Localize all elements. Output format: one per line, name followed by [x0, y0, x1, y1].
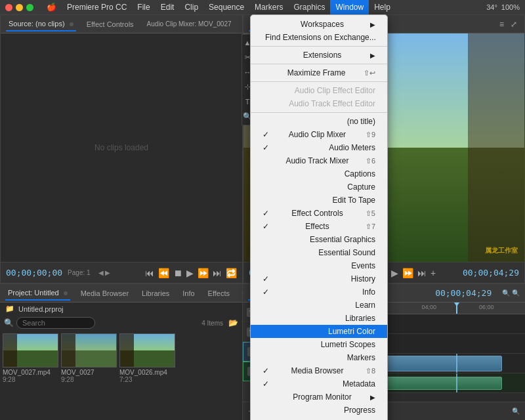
- project-file-item[interactable]: 📁 Untitled.prproj: [0, 303, 242, 315]
- source-playback-controls: ⏮ ⏪ ⏹ ▶ ⏩ ⏭ 🔁: [145, 268, 237, 278]
- project-filename: Untitled.prproj: [18, 305, 63, 313]
- prog-play-btn[interactable]: ▶: [391, 268, 398, 278]
- menu-clip[interactable]: Clip: [179, 0, 203, 14]
- dropdown-item-markers[interactable]: Markers: [251, 351, 387, 364]
- panel-expand-btn[interactable]: ⤢: [509, 19, 519, 30]
- step-back-btn[interactable]: ⏮: [145, 268, 154, 278]
- close-button[interactable]: [5, 4, 12, 11]
- thumb-item-1[interactable]: MOV_0027 9:28: [61, 333, 117, 383]
- dropdown-label-metadata: Metadata: [343, 379, 375, 388]
- battery-display: 100%: [501, 3, 520, 11]
- dropdown-item-history[interactable]: ✓History: [251, 272, 387, 285]
- dropdown-item-lumetri-scopes[interactable]: Lumetri Scopes: [251, 338, 387, 351]
- dropdown-item-effects[interactable]: ✓Effects⇧7: [251, 220, 387, 233]
- tab-project[interactable]: Project: Untitled: [5, 286, 70, 301]
- play-back-btn[interactable]: ⏪: [158, 268, 169, 278]
- stop-btn[interactable]: ⏹: [173, 268, 182, 278]
- panel-menu-btn[interactable]: ≡: [497, 19, 506, 30]
- dropdown-item-lumetri-color[interactable]: Lumetri Color: [251, 325, 387, 338]
- dropdown-item-no-title[interactable]: (no title): [251, 115, 387, 128]
- tab-audio-clip-mixer[interactable]: Audio Clip Mixer: MOV_0027: [144, 18, 234, 30]
- menu-edit[interactable]: Edit: [156, 0, 180, 14]
- dropdown-check-info: ✓: [262, 287, 272, 297]
- tool-text[interactable]: T: [245, 98, 250, 106]
- prog-play-forward-btn[interactable]: ⏩: [402, 268, 413, 278]
- scene-frame-right: [468, 33, 524, 262]
- step-forward-btn[interactable]: ⏭: [213, 268, 222, 278]
- menu-help[interactable]: Help: [369, 0, 396, 14]
- dropdown-item-edit-to-tape[interactable]: Edit To Tape: [251, 194, 387, 207]
- window-dropdown-menu: Workspaces▶Find Extensions on Exchange..…: [250, 14, 388, 420]
- prog-add-marker-btn[interactable]: +: [430, 268, 436, 278]
- source-timecode: 00;00;00;00: [6, 268, 62, 278]
- project-search-input[interactable]: [16, 317, 95, 329]
- menu-sequence[interactable]: Sequence: [203, 0, 249, 14]
- dropdown-item-project[interactable]: Project▶: [251, 417, 387, 420]
- timeline-timecode: 00;00;04;29: [435, 288, 492, 298]
- dropdown-item-metadata[interactable]: ✓Metadata: [251, 377, 387, 390]
- dropdown-item-learn[interactable]: Learn: [251, 299, 387, 312]
- tab-source[interactable]: Source: (no clips): [6, 17, 76, 32]
- project-panel-header: Project: Untitled Media Browser Librarie…: [0, 284, 242, 303]
- play-forward-btn[interactable]: ⏩: [198, 268, 209, 278]
- tab-effect-controls[interactable]: Effect Controls: [84, 18, 136, 31]
- tab-info[interactable]: Info: [180, 287, 197, 300]
- tab-media-browser[interactable]: Media Browser: [78, 287, 131, 300]
- dropdown-item-maximize-frame[interactable]: Maximize Frame⇧↩: [251, 66, 387, 79]
- dropdown-label-effect-controls: Effect Controls: [291, 209, 343, 218]
- play-btn[interactable]: ▶: [186, 268, 194, 278]
- prog-step-forward-btn[interactable]: ⏭: [417, 268, 427, 278]
- source-panel-footer: 00;00;00;00 Page: 1 ◀ ▶ ⏮ ⏪ ⏹ ▶ ⏩ ⏭ 🔁: [1, 262, 242, 283]
- ruler-mark-3: 06;00: [479, 304, 494, 310]
- minimize-button[interactable]: [16, 4, 23, 11]
- dropdown-item-audio-meters[interactable]: ✓Audio Meters: [251, 141, 387, 154]
- dropdown-item-audio-clip-mixer[interactable]: ✓Audio Clip Mixer⇧9: [251, 128, 387, 141]
- dropdown-check-media-browser: ✓: [262, 366, 272, 375]
- dropdown-item-essential-sound[interactable]: Essential Sound: [251, 246, 387, 259]
- dropdown-label-essential-graphics: Essential Graphics: [310, 235, 375, 244]
- apple-menu[interactable]: 🍎: [41, 0, 62, 14]
- tab-effects[interactable]: Effects: [205, 287, 232, 300]
- project-new-folder-btn[interactable]: 📂: [228, 318, 238, 327]
- loop-btn[interactable]: 🔁: [226, 268, 237, 278]
- temperature-display: 34°: [486, 3, 497, 11]
- menu-markers[interactable]: Markers: [249, 0, 288, 14]
- thumb-item-0[interactable]: MOV_0027.mp4 9:28: [3, 333, 58, 383]
- dropdown-item-events[interactable]: Events: [251, 259, 387, 272]
- dropdown-label-info: Info: [362, 287, 375, 297]
- menu-window[interactable]: Window: [330, 0, 369, 14]
- dropdown-label-lumetri-scopes: Lumetri Scopes: [321, 340, 375, 349]
- dropdown-item-essential-graphics[interactable]: Essential Graphics: [251, 233, 387, 246]
- dropdown-item-media-browser[interactable]: ✓Media Browser⇧8: [251, 364, 387, 377]
- dropdown-item-find-extensions[interactable]: Find Extensions on Exchange...: [251, 31, 387, 44]
- tab-libraries[interactable]: Libraries: [139, 287, 172, 300]
- dropdown-item-audio-track-mixer[interactable]: Audio Track Mixer⇧6: [251, 154, 387, 167]
- dropdown-item-effect-controls[interactable]: ✓Effect Controls⇧5: [251, 207, 387, 220]
- dropdown-item-workspaces[interactable]: Workspaces▶: [251, 18, 387, 31]
- menu-file[interactable]: File: [132, 0, 155, 14]
- dropdown-check-history: ✓: [262, 274, 272, 284]
- maximize-button[interactable]: [26, 4, 33, 11]
- menu-bar: 🍎 Premiere Pro CC File Edit Clip Sequenc…: [0, 0, 525, 14]
- dropdown-item-program-monitor[interactable]: Program Monitor▶: [251, 390, 387, 404]
- dropdown-separator: [251, 64, 387, 64]
- dropdown-item-capture[interactable]: Capture: [251, 180, 387, 194]
- dropdown-check-metadata: ✓: [262, 379, 272, 388]
- thumb-item-2[interactable]: MOV_0026.mp4 7:23: [119, 333, 175, 383]
- dropdown-item-progress[interactable]: Progress: [251, 404, 387, 417]
- dropdown-item-libraries[interactable]: Libraries: [251, 312, 387, 325]
- dropdown-label-lumetri-color: Lumetri Color: [328, 327, 375, 336]
- dropdown-label-events: Events: [351, 261, 375, 270]
- dropdown-separator: [251, 112, 387, 113]
- source-empty-label: No clips loaded: [94, 143, 148, 152]
- dropdown-label-audio-track-effect-editor: Audio Track Effect Editor: [289, 99, 375, 108]
- dropdown-label-essential-sound: Essential Sound: [318, 248, 375, 257]
- app-name[interactable]: Premiere Pro CC: [62, 0, 132, 14]
- ruler-mark-2: 04;00: [422, 304, 437, 310]
- program-out-timecode: 00;00;04;29: [463, 268, 519, 278]
- dropdown-item-extensions[interactable]: Extensions▶: [251, 49, 387, 62]
- dropdown-item-info[interactable]: ✓Info: [251, 285, 387, 299]
- source-page-nav[interactable]: ◀ ▶: [98, 269, 111, 276]
- menu-graphics[interactable]: Graphics: [288, 0, 330, 14]
- dropdown-item-captions[interactable]: Captions: [251, 167, 387, 180]
